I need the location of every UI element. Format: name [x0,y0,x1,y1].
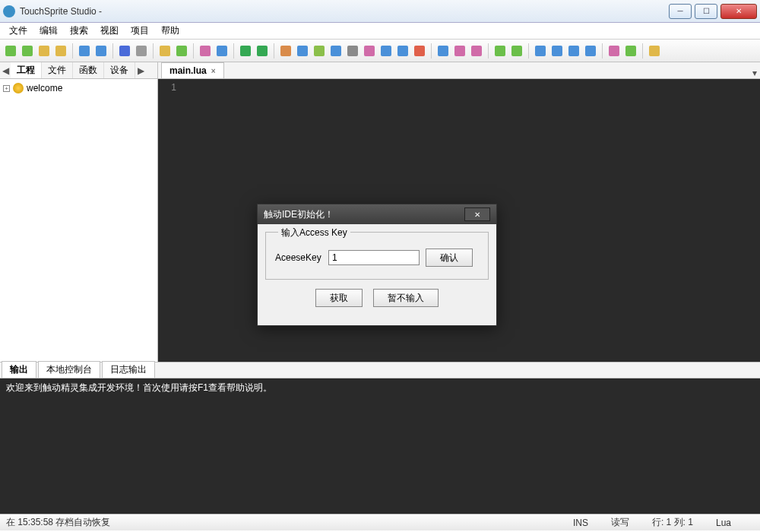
menu-search[interactable]: 搜索 [64,23,94,39]
toolbar-icon [79,46,90,56]
toolbar-separator [602,43,603,59]
toolbar-button-23[interactable] [328,43,344,59]
file-tab-main[interactable]: main.lua × [161,62,224,78]
toolbar-icon [609,46,619,56]
toolbar-icon [331,46,341,56]
toolbar-button-6[interactable] [93,43,109,59]
menu-view[interactable]: 视图 [94,23,125,39]
toolbar-button-14[interactable] [198,43,213,59]
tree-expand-icon[interactable]: + [3,85,10,92]
menu-file[interactable]: 文件 [3,23,33,39]
toolbar-button-45[interactable] [647,43,662,59]
dialog-titlebar[interactable]: 触动IDE初始化！ ✕ [258,204,496,224]
toolbar-button-8[interactable] [117,43,132,59]
dialog-title: 触动IDE初始化！ [264,208,464,221]
output-text: 欢迎来到触动精灵集成开发环境！首次使用请按F1查看帮助说明。 [6,382,272,393]
gear-icon [13,83,24,93]
toolbar-icon [585,46,596,56]
sidebar-tab-project[interactable]: 工程 [11,62,42,78]
toolbar-button-9[interactable] [134,43,149,59]
toolbar-icon [471,46,482,56]
toolbar-separator [274,43,274,59]
menu-help[interactable]: 帮助 [155,23,185,39]
bottom-tab-log[interactable]: 日志输出 [102,361,155,378]
dialog-button-row: 获取 暂不输入 [265,280,489,318]
toolbar-icon [136,46,147,56]
sidebar-nav-right[interactable]: ▶ [135,65,146,76]
line-number: 1 [158,82,176,93]
toolbar-separator [112,43,113,59]
dialog-close-button[interactable]: ✕ [464,207,490,221]
toolbar-button-27[interactable] [395,43,410,59]
toolbar-button-5[interactable] [77,43,92,59]
toolbar-separator [431,43,432,59]
toolbar-button-17[interactable] [238,43,253,59]
toolbar-button-1[interactable] [20,43,35,59]
get-button[interactable]: 获取 [315,289,363,307]
toolbar-separator [642,43,643,59]
toolbar-icon [649,46,660,56]
sidebar-tab-devices[interactable]: 设备 [104,62,135,78]
toolbar-button-28[interactable] [412,43,427,59]
toolbar-button-24[interactable] [345,43,360,59]
status-ins: INS [573,518,588,528]
toolbar-button-38[interactable] [549,43,565,59]
toolbar-button-37[interactable] [533,43,548,59]
toolbar-icon [625,46,636,56]
toolbar-button-25[interactable] [362,43,377,59]
toolbar-button-39[interactable] [566,43,581,59]
toolbar-button-2[interactable] [36,43,52,59]
toolbar-separator [233,43,234,59]
close-button[interactable]: ✕ [720,4,757,19]
minimize-button[interactable]: ─ [669,4,692,19]
toolbar-button-31[interactable] [452,43,467,59]
window-controls: ─ ☐ ✕ [666,4,757,19]
sidebar-tab-files[interactable]: 文件 [42,62,73,78]
toolbar-button-32[interactable] [469,43,484,59]
menu-project[interactable]: 项目 [125,23,155,39]
skip-button[interactable]: 暂不输入 [373,289,439,307]
toolbar-button-42[interactable] [606,43,622,59]
status-bar: 在 15:35:58 存档自动恢复 INS 读写 行: 1 列: 1 Lua [0,514,760,530]
toolbar-button-34[interactable] [492,43,508,59]
output-panel[interactable]: 欢迎来到触动精灵集成开发环境！首次使用请按F1查看帮助说明。 [0,378,760,514]
toolbar-button-3[interactable] [53,43,68,59]
toolbar-button-20[interactable] [278,43,293,59]
toolbar-button-21[interactable] [295,43,310,59]
toolbar-button-22[interactable] [312,43,327,59]
bottom-tab-output[interactable]: 输出 [2,361,36,378]
sidebar-tab-functions[interactable]: 函数 [73,62,104,78]
sidebar-nav-left[interactable]: ◀ [0,65,11,76]
file-tabs-dropdown-icon[interactable]: ▾ [752,68,757,78]
toolbar-icon [160,46,170,56]
access-key-row: AceeseKey 确认 [275,249,479,267]
toolbar-button-35[interactable] [509,43,524,59]
toolbar-icon [22,46,33,56]
maximize-button[interactable]: ☐ [695,4,717,19]
toolbar-separator [72,43,73,59]
toolbar-icon [96,46,106,56]
bottom-tab-console[interactable]: 本地控制台 [38,361,100,378]
toolbar-button-12[interactable] [174,43,189,59]
sidebar: ◀ 工程 文件 函数 设备 ▶ + welcome [0,62,158,362]
toolbar-button-30[interactable] [435,43,451,59]
access-key-input[interactable] [328,250,420,265]
toolbar-icon [511,46,522,56]
menu-edit[interactable]: 编辑 [33,23,64,39]
toolbar-button-40[interactable] [583,43,598,59]
group-label: 输入Access Key [278,226,350,239]
confirm-button[interactable]: 确认 [426,249,473,267]
toolbar-icon [217,46,227,56]
toolbar-icon [5,46,16,56]
status-message: 在 15:35:58 存档自动恢复 [6,516,110,529]
toolbar-icon [397,46,408,56]
status-readwrite: 读写 [611,516,629,529]
toolbar-button-0[interactable] [3,43,18,59]
toolbar-button-11[interactable] [157,43,173,59]
toolbar-button-18[interactable] [255,43,270,59]
toolbar-button-26[interactable] [378,43,394,59]
tree-root-item[interactable]: + welcome [3,82,154,94]
toolbar-button-15[interactable] [214,43,230,59]
toolbar-button-43[interactable] [623,43,638,59]
file-tab-close-icon[interactable]: × [211,67,216,75]
